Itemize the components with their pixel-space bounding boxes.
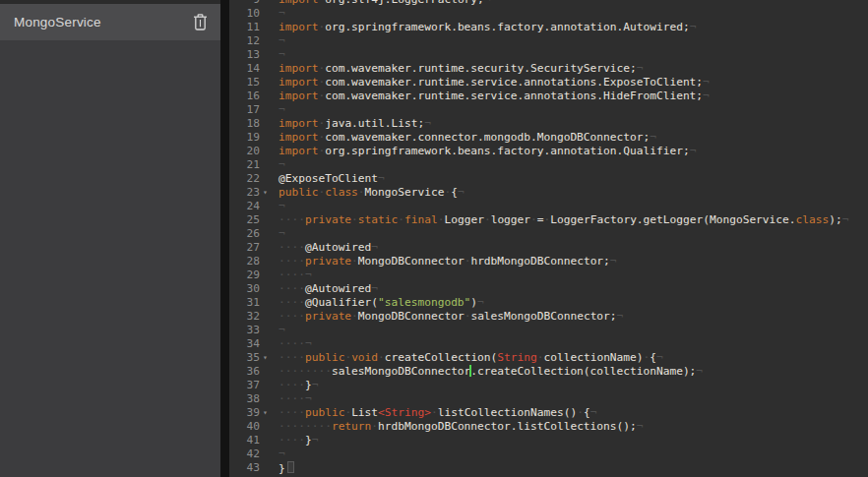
token-text: ·hrdbMongoDBConnector.listCollections(); <box>371 420 636 433</box>
line-number: 16 <box>229 89 260 103</box>
whitespace-dots: · <box>318 186 325 199</box>
delete-service-button[interactable] <box>189 12 211 33</box>
gutter-spacer <box>260 255 279 268</box>
code-line[interactable]: 33¬ <box>229 324 868 337</box>
code-text: ····@Autowired¬ <box>279 241 868 255</box>
code-line[interactable]: 24¬ <box>229 200 868 213</box>
whitespace-dots: · <box>465 310 471 323</box>
code-line[interactable]: 9import·org.slf4j.LoggerFactory;¬ <box>229 0 868 7</box>
token-text: ····} <box>279 434 312 447</box>
code-line[interactable]: 38····¬ <box>229 392 868 406</box>
fold-toggle-icon[interactable]: ▾ <box>260 351 279 365</box>
line-number: 29 <box>229 268 260 282</box>
line-number: 38 <box>229 392 260 406</box>
whitespace-dots: · <box>318 131 325 144</box>
code-text: import·com.wavemaker.runtime.security.Se… <box>279 62 868 76</box>
code-line[interactable]: 10¬ <box>229 7 868 21</box>
code-line[interactable]: 25····private·static·final·Logger·logger… <box>229 213 868 227</box>
end-of-line-marker: ¬ <box>279 158 285 171</box>
token-keyword: import <box>279 131 318 144</box>
line-number: 34 <box>229 337 260 351</box>
wavemaker-java-service-editor: MongoService 9import·org.slf4j.LoggerFac… <box>0 0 868 477</box>
code-line[interactable]: 26¬ <box>229 227 868 241</box>
gutter-spacer <box>260 337 279 351</box>
whitespace-dots: ········ <box>279 420 332 433</box>
token-text: ·com.wavemaker.runtime.security.Security… <box>318 62 636 75</box>
gutter-spacer <box>260 117 279 131</box>
code-line[interactable]: 21¬ <box>229 158 868 172</box>
code-line[interactable]: 13¬ <box>229 48 868 62</box>
panel-resize-divider[interactable] <box>220 0 229 477</box>
token-text: ·createCollection( <box>378 351 497 364</box>
whitespace-dots: · <box>444 186 451 199</box>
code-line[interactable]: 11import·org.springframework.beans.facto… <box>229 21 868 34</box>
code-line[interactable]: 16import·com.wavemaker.runtime.service.a… <box>229 89 868 103</box>
whitespace-dots: · <box>358 186 365 199</box>
line-number: 42 <box>229 447 260 461</box>
code-line[interactable]: 35▾····public·void·createCollection(Stri… <box>229 351 868 365</box>
end-of-line-marker: ¬ <box>378 172 385 185</box>
code-line[interactable]: 14import·com.wavemaker.runtime.security.… <box>229 62 868 76</box>
token-text: .createCollection(collectionName); <box>470 365 696 378</box>
gutter-spacer <box>260 365 279 379</box>
gutter-spacer <box>260 89 279 103</box>
gutter-spacer <box>260 76 279 89</box>
code-line[interactable]: 36········salesMongoDBConnector.createCo… <box>229 365 868 379</box>
code-line[interactable]: 27····@Autowired¬ <box>229 241 868 255</box>
code-line[interactable]: 37····}¬ <box>229 379 868 392</box>
fold-toggle-icon[interactable]: ▾ <box>260 406 279 420</box>
code-line[interactable]: 40········return·hrdbMongoDBConnector.li… <box>229 420 868 434</box>
token-text: ·MongoService·{ <box>358 186 458 199</box>
code-line[interactable]: 32····private·MongoDBConnector·salesMong… <box>229 310 868 324</box>
whitespace-dots: · <box>530 213 537 226</box>
whitespace-dots: · <box>344 351 351 364</box>
gutter-spacer <box>260 420 279 434</box>
line-number: 11 <box>229 21 260 34</box>
code-line[interactable]: 12¬ <box>229 34 868 48</box>
code-line[interactable]: 28····private·MongoDBConnector·hrdbMongo… <box>229 255 868 268</box>
end-of-line-marker: ¬ <box>458 186 465 199</box>
code-editor[interactable]: 9import·org.slf4j.LoggerFactory;¬10¬11im… <box>229 0 868 477</box>
code-line[interactable]: 17¬ <box>229 103 868 117</box>
trash-icon <box>193 14 208 30</box>
token-text: ·listCollectionNames()·{ <box>431 406 590 419</box>
fold-toggle-icon[interactable]: ▾ <box>260 186 279 200</box>
line-number: 33 <box>229 324 260 337</box>
token-text: } <box>279 462 285 475</box>
code-text: ¬ <box>279 103 868 117</box>
token-text: ········ <box>279 420 332 433</box>
end-of-line-marker: ¬ <box>637 420 644 433</box>
code-line[interactable]: 31····@Qualifier("salesmongodb")¬ <box>229 296 868 310</box>
code-text: ····private·MongoDBConnector·salesMongoD… <box>279 310 868 324</box>
code-line[interactable]: 30····@Autowired¬ <box>229 282 868 296</box>
token-text: ···· <box>279 310 305 323</box>
code-text: ····¬ <box>279 392 868 406</box>
code-line[interactable]: 19import·com.wavemaker.connector.mongodb… <box>229 131 868 145</box>
service-list-item-mongoservice[interactable]: MongoService <box>0 4 220 40</box>
code-line[interactable]: 42¬ <box>229 447 868 461</box>
code-line[interactable]: 23▾public·class·MongoService·{¬ <box>229 186 868 200</box>
token-text: ); <box>829 213 841 226</box>
code-text: ¬ <box>279 200 868 213</box>
code-line[interactable]: 29····¬ <box>229 268 868 282</box>
code-line[interactable]: 15import·com.wavemaker.runtime.service.a… <box>229 76 868 89</box>
code-line[interactable]: 39▾····public·List<String>·listCollectio… <box>229 406 868 420</box>
code-line[interactable]: 34····¬ <box>229 337 868 351</box>
gutter-spacer <box>260 145 279 158</box>
code-line[interactable]: 41····}¬ <box>229 434 868 447</box>
whitespace-dots: · <box>371 420 378 433</box>
code-line[interactable]: 22@ExposeToClient¬ <box>229 172 868 186</box>
gutter-spacer <box>260 447 279 461</box>
end-of-line-marker: ¬ <box>656 351 663 364</box>
token-string: "salesmongodb" <box>378 296 470 309</box>
code-line[interactable]: 43} <box>229 461 868 475</box>
whitespace-dots: ···· <box>279 241 305 254</box>
gutter-spacer <box>260 172 279 186</box>
code-line[interactable]: 18import·java.util.List;¬ <box>229 117 868 131</box>
line-number: 40 <box>229 420 260 434</box>
line-number: 36 <box>229 365 260 379</box>
end-of-line-marker: ¬ <box>279 324 285 336</box>
code-line[interactable]: 20import·org.springframework.beans.facto… <box>229 145 868 158</box>
line-number: 25 <box>229 213 260 227</box>
whitespace-dots: · <box>398 213 404 226</box>
